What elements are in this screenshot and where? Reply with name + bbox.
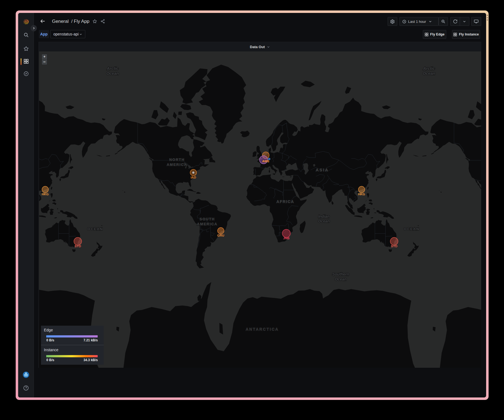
svg-text:AMERICA: AMERICA [197, 222, 218, 226]
svg-text:GRU: GRU [217, 234, 224, 237]
svg-text:Ocean: Ocean [335, 277, 347, 281]
svg-text:ANTARCTICA: ANTARCTICA [246, 327, 279, 331]
svg-text:OCEAN: OCEAN [404, 227, 420, 231]
svg-text:Arctic: Arctic [423, 66, 435, 71]
svg-text:SOUTH: SOUTH [199, 217, 215, 221]
svg-text:ASIA: ASIA [316, 168, 329, 172]
svg-text:IAD: IAD [191, 176, 196, 179]
svg-text:AMS: AMS [262, 160, 269, 163]
svg-text:HKG: HKG [358, 193, 365, 196]
svg-text:Ocean: Ocean [423, 71, 435, 76]
svg-text:SYD: SYD [75, 245, 81, 248]
svg-text:Arctic: Arctic [106, 66, 119, 71]
svg-text:NORTH: NORTH [169, 158, 185, 162]
svg-text:OCEAN: OCEAN [87, 227, 103, 231]
svg-text:Ocean: Ocean [106, 71, 119, 76]
svg-text:AMERICA: AMERICA [167, 163, 187, 167]
svg-text:HKG: HKG [42, 193, 49, 196]
svg-text:JNB: JNB [283, 237, 289, 240]
svg-text:Ocean: Ocean [318, 219, 330, 223]
svg-text:SYD: SYD [391, 245, 398, 248]
svg-text:AFRICA: AFRICA [276, 199, 294, 204]
svg-text:Southern: Southern [332, 272, 349, 276]
svg-text:Indian: Indian [318, 214, 329, 219]
